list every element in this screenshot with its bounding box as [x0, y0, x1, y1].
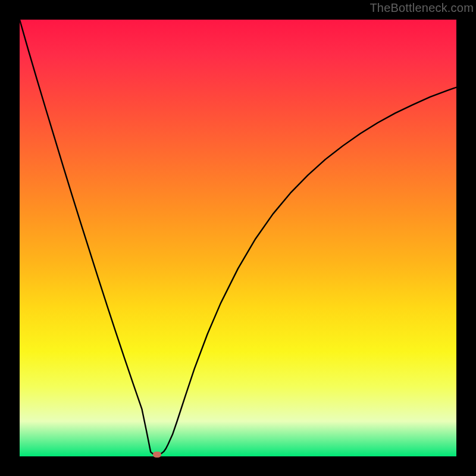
plot-background — [20, 20, 456, 456]
chart-frame: TheBottleneck.com — [0, 0, 476, 476]
watermark: TheBottleneck.com — [369, 1, 474, 15]
chart-marker — [153, 452, 161, 458]
